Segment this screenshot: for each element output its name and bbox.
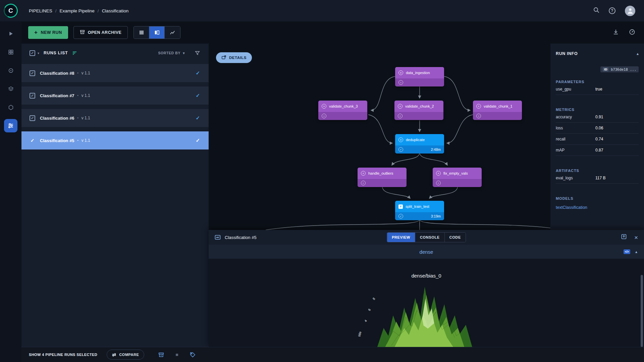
open-archive-button[interactable]: OPEN ARCHIVE [73,26,128,39]
preview-content: dense/bias_0 8 6 4 title [209,259,644,347]
run-info-panel: RUN INFO ▴ ID b736de18 ... PARAMETERS us… [550,44,644,230]
svg-text:4: 4 [364,319,368,323]
plot-title: dense/bias_0 [411,273,441,279]
tab-console[interactable]: CONSOLE [415,233,445,242]
compare-arrows-icon: ⇄ [112,352,116,357]
tab-preview[interactable]: PREVIEW [387,233,415,242]
id-badge: ID [603,67,608,71]
artifacts-section-title: ARTIFACTS [556,169,639,173]
node-status-completed-icon: ✓ [398,147,403,152]
run-checkbox[interactable]: ✓ [30,93,35,99]
run-list-item[interactable]: ✓ Classification #8 • v 1.1 ✓ [21,64,209,82]
clearml-logo[interactable]: C [0,0,21,21]
collapse-section-chevron-icon[interactable]: ▴ [635,249,637,254]
pipelines-icon[interactable] [4,119,17,132]
run-id-chip[interactable]: ID b736de18 ... [600,66,639,72]
run-name: Classification #7 [40,93,74,98]
dag-node-deduplicate[interactable]: ≡ deduplicate ✓ 2:48m [395,134,444,154]
run-status-check-icon: ✓ [196,115,200,121]
parameters-section-title: PARAMETERS [556,80,639,84]
sorted-by-dropdown[interactable]: SORTED BY ▾ [158,51,185,55]
metric-row: loss 0.06 [556,123,639,134]
pipeline-dag-canvas[interactable]: DETAILS ≡ data_ingestion [209,44,550,230]
run-checkbox[interactable]: ✓ [30,115,35,121]
abort-icon[interactable]: ■ [175,352,178,357]
chart-view-button[interactable] [165,26,180,39]
selected-check-icon: ✓ [30,138,35,143]
models-icon[interactable] [4,101,17,114]
workers-icon[interactable] [629,29,635,37]
search-icon[interactable] [593,7,599,14]
expand-panel-icon[interactable] [621,234,627,241]
model-link[interactable]: textClassification [556,205,587,210]
run-checkbox[interactable]: ✓ [30,70,35,76]
run-list-item[interactable]: ✓ Classification #6 • v 1.1 ✓ [21,109,209,127]
surface-plot[interactable]: 8 6 4 title [347,281,505,347]
metric-row: recall 0.74 [556,134,639,145]
node-type-icon: » [436,171,441,176]
table-view-button[interactable] [134,26,149,39]
toolbar-right-actions [613,29,635,37]
runs-items: ✓ Classification #8 • v 1.1 ✓ ✓ Classifi… [21,62,209,149]
run-name: Classification #8 [40,71,74,76]
metric-section-bar[interactable]: dense </> ▴ [209,245,644,259]
run-list-item[interactable]: ✓ Classification #7 • v 1.1 ✓ [21,86,209,105]
breadcrumb-root[interactable]: PIPELINES [29,8,52,13]
dag-node-validate-chunk-2[interactable]: » validate_chunk_2 = [394,101,443,120]
dot-separator: • [77,139,78,142]
archive-selected-icon[interactable] [158,352,164,358]
scrollbar-thumb[interactable] [641,275,643,347]
node-runtime: 3:19m [431,214,441,218]
layers-icon[interactable] [4,82,17,96]
details-button[interactable]: DETAILS [216,52,252,63]
select-all-checkbox[interactable]: ✓ [30,50,35,56]
dag-node-data-ingestion[interactable]: ≡ data_ingestion = [395,67,444,86]
tag-icon[interactable] [190,352,196,358]
breadcrumb: PIPELINES / Example Pipeline / Classific… [29,8,128,13]
collapse-chevron-icon[interactable]: ▴ [637,51,639,56]
help-icon[interactable]: ? [609,7,615,14]
logo-letter: C [8,7,13,14]
projects-icon[interactable] [4,27,17,40]
svg-text:6: 6 [367,308,371,312]
breadcrumb-project[interactable]: Example Pipeline [60,8,95,13]
node-status-icon: = [398,80,403,85]
run-list-item-selected[interactable]: ✓ Classification #5 • v 1.1 ✓ [21,131,209,149]
select-dropdown-caret[interactable]: ▾ [38,51,39,55]
datasets-icon[interactable] [4,45,17,59]
tab-code[interactable]: CODE [445,233,466,242]
avatar[interactable] [625,6,635,16]
new-run-button[interactable]: + NEW RUN [28,26,68,39]
preview-panel: Classification #5 PREVIEW CONSOLE CODE ×… [209,230,644,347]
reports-icon[interactable] [4,64,17,77]
download-icon[interactable] [613,29,619,36]
breadcrumb-separator: / [55,8,57,13]
dag-node-handle-outliers[interactable]: » handle_outliers = [358,168,407,187]
topbar-actions: ? [593,6,644,16]
run-version: v 1.1 [82,71,90,75]
plot-axis: 8 6 4 title [357,297,376,337]
run-id-value: b736de18 ... [611,67,636,71]
left-nav-rail [0,21,21,362]
node-type-icon: » [476,104,481,109]
run-name: Classification #5 [40,138,74,143]
filter-icon[interactable] [195,51,200,56]
close-panel-icon[interactable]: × [634,234,638,241]
node-type-icon: ≡ [398,137,403,142]
plus-icon: + [34,29,38,36]
node-runtime: 2:48m [431,147,441,152]
dag-node-fix-empty-vals[interactable]: » fix_empty_vals = [433,168,482,187]
split-view-button[interactable] [149,26,165,39]
node-type-icon: ≡ [398,70,403,75]
dag-node-split-train-test[interactable]: # split_train_test ✓ 3:19m [395,201,444,220]
models-section-title: MODELS [556,196,639,200]
code-badge-icon[interactable]: </> [624,249,630,254]
node-status-completed-icon: ✓ [398,214,403,219]
sort-tune-icon[interactable] [72,51,77,56]
preview-icon [215,234,221,240]
dag-node-validate-chunk-1[interactable]: » validate_chunk_1 = [473,101,522,120]
compare-button[interactable]: ⇄ COMPARE [107,350,144,360]
surface-mesh [377,287,472,347]
dag-node-validate-chunk-3[interactable]: » validate_chunk_3 = [318,101,367,120]
breadcrumb-current-page: Classification [102,8,129,13]
